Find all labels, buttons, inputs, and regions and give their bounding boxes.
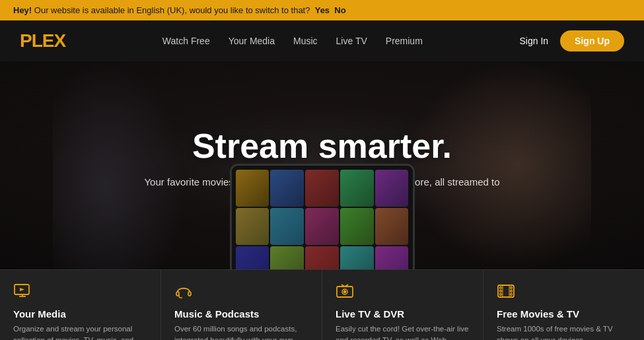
- feature-live-tv-title: Live TV & DVR: [336, 308, 470, 320]
- screen-icon: [13, 283, 147, 303]
- feature-live-tv: Live TV & DVR Easily cut the cord! Get o…: [322, 270, 483, 340]
- nav-links: Watch Free Your Media Music Live TV Prem…: [162, 36, 423, 46]
- thumb-3: [305, 170, 339, 207]
- svg-point-14: [500, 294, 502, 296]
- banner-yes-link[interactable]: Yes: [315, 5, 330, 15]
- logo-x: X: [54, 30, 65, 51]
- feature-your-media: Your Media Organize and stream your pers…: [0, 270, 161, 340]
- banner-hey: Hey!: [13, 5, 32, 15]
- banner-no-link[interactable]: No: [334, 5, 345, 15]
- feature-free-movies: Free Movies & TV Stream 1000s of free mo…: [483, 270, 644, 340]
- headphones-icon: [174, 283, 308, 303]
- thumb-9: [340, 208, 374, 245]
- feature-live-tv-desc: Easily cut the cord! Get over-the-air li…: [336, 323, 470, 340]
- feature-music-podcasts-desc: Over 60 million songs and podcasts, inte…: [174, 323, 308, 340]
- thumb-1: [236, 170, 269, 207]
- nav-premium[interactable]: Premium: [386, 36, 423, 46]
- thumb-5: [375, 170, 409, 207]
- thumb-6: [236, 208, 269, 245]
- thumb-10: [375, 208, 409, 245]
- svg-marker-3: [20, 288, 24, 291]
- thumb-2: [270, 170, 304, 207]
- logo-text: PLE: [20, 30, 54, 51]
- feature-free-movies-desc: Stream 1000s of free movies & TV shows o…: [497, 323, 631, 340]
- nav-music[interactable]: Music: [293, 36, 318, 46]
- logo[interactable]: PLEX: [20, 30, 65, 51]
- svg-rect-5: [188, 292, 191, 296]
- svg-point-13: [500, 290, 502, 292]
- nav-watch-free[interactable]: Watch Free: [162, 36, 210, 46]
- svg-point-12: [500, 287, 502, 289]
- thumb-14: [340, 246, 374, 269]
- feature-your-media-desc: Organize and stream your personal collec…: [13, 323, 147, 340]
- features-bar: Your Media Organize and stream your pers…: [0, 269, 644, 340]
- nav-live-tv[interactable]: Live TV: [336, 36, 367, 46]
- svg-point-17: [511, 294, 513, 296]
- announcement-banner: Hey! Our website is available in English…: [0, 0, 644, 20]
- feature-music-podcasts-title: Music & Podcasts: [174, 308, 308, 320]
- feature-your-media-title: Your Media: [13, 308, 147, 320]
- thumb-8: [305, 208, 339, 245]
- thumb-7: [270, 208, 304, 245]
- banner-body: Our website is available in English (UK)…: [34, 5, 310, 15]
- svg-point-15: [511, 287, 513, 289]
- thumb-13: [305, 246, 339, 269]
- nav-your-media[interactable]: Your Media: [229, 36, 275, 46]
- thumb-15: [375, 246, 409, 269]
- nav-actions: Sign In Sign Up: [520, 30, 624, 51]
- hero-section: Stream smarter. Your favorite movies, TV…: [0, 61, 644, 269]
- hero-title: Stream smarter.: [137, 126, 507, 166]
- svg-point-10: [344, 291, 346, 293]
- tablet-screen: [230, 164, 415, 269]
- sign-in-button[interactable]: Sign In: [520, 36, 549, 46]
- main-navbar: PLEX Watch Free Your Media Music Live TV…: [0, 20, 644, 61]
- tv-icon: [336, 283, 470, 303]
- feature-free-movies-title: Free Movies & TV: [497, 308, 631, 320]
- film-icon: [497, 283, 631, 303]
- thumb-4: [340, 170, 374, 207]
- tablet-mockup: [230, 164, 415, 269]
- thumb-11: [236, 246, 269, 269]
- feature-music-podcasts: Music & Podcasts Over 60 million songs a…: [161, 270, 322, 340]
- svg-point-16: [511, 290, 513, 292]
- thumb-12: [270, 246, 304, 269]
- sign-up-button[interactable]: Sign Up: [560, 30, 624, 51]
